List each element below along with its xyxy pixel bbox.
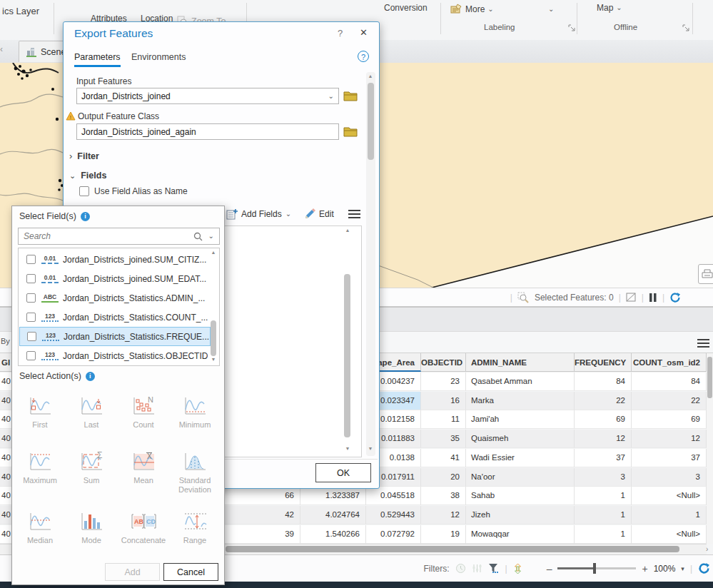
cell-objectid[interactable]: 16 (421, 392, 466, 410)
field-mapping-menu-icon[interactable] (348, 208, 360, 220)
map-floating-button-fragment[interactable] (698, 264, 713, 284)
zoom-slider-thumb[interactable] (593, 563, 596, 574)
cell-shape_area[interactable]: 0.045518 (366, 487, 421, 505)
table-menu-icon[interactable] (697, 337, 709, 350)
list-scroll-up-icon[interactable]: ▲ (209, 250, 218, 255)
cell-admin_name[interactable]: Jami'ah (466, 410, 575, 429)
filter-section-header[interactable]: › Filter (69, 151, 99, 161)
cell-frequency[interactable]: 1 (575, 525, 632, 544)
field-checkbox[interactable] (26, 274, 36, 283)
field-list-item[interactable]: 0.01Jordan_Districts_joined.SUM_CITIZ... (19, 250, 211, 269)
dialog-help-icon[interactable]: ? (338, 28, 343, 39)
action-mean-icon[interactable]: X (131, 450, 156, 473)
graphics-layer-button[interactable]: ics Layer (2, 6, 39, 16)
action-count-icon[interactable]: N (131, 395, 156, 417)
refresh-table-icon[interactable] (698, 562, 710, 574)
cell-admin_name[interactable]: Jizeh (466, 506, 575, 524)
action-median-icon[interactable] (27, 510, 53, 533)
cell-frequency[interactable]: 37 (575, 449, 632, 467)
selection-zoom-icon[interactable] (517, 292, 530, 303)
chevron-down-icon[interactable]: ⌄ (548, 6, 554, 13)
cell-count_osm_id2[interactable]: 22 (632, 392, 707, 410)
cell-count_osm_id2[interactable]: 3 (632, 468, 707, 487)
cell-objectid[interactable]: 12 (421, 506, 466, 524)
cell-objectid[interactable]: 11 (421, 410, 466, 429)
cell-objectid[interactable]: 19 (421, 525, 466, 544)
dialog-scrollbar-thumb[interactable] (368, 83, 374, 160)
field-list-item[interactable]: ABCJordan_Districts_Statistics.ADMIN_... (19, 288, 211, 308)
clear-selection-icon[interactable] (626, 293, 637, 302)
cell-frequency[interactable]: 12 (575, 430, 632, 448)
action-stddev-icon[interactable] (182, 450, 208, 473)
cell-frequency[interactable]: 1 (575, 487, 632, 505)
cell-objectid[interactable]: 35 (421, 430, 466, 448)
cell-shape_area[interactable]: 0.529443 (366, 506, 421, 524)
cell-objectid[interactable]: 41 (421, 449, 466, 467)
tab-environments[interactable]: Environments (131, 52, 186, 65)
cell-frequency[interactable]: 3 (575, 468, 632, 487)
field-checkbox[interactable] (26, 313, 36, 322)
chevron-down-icon[interactable]: ⌄ (208, 233, 214, 240)
action-last-icon[interactable] (79, 395, 104, 417)
search-input[interactable]: Search ⌄ (18, 228, 220, 245)
output-feature-class-input[interactable]: Jordan_Districts_joined_again (76, 123, 339, 140)
browse-folder-icon[interactable] (343, 125, 358, 137)
conversion-button[interactable]: Conversion (384, 3, 428, 13)
labeling-dialog-launcher-icon[interactable] (568, 24, 576, 32)
cell-admin_name[interactable]: Quaismeh (466, 430, 575, 448)
offline-dialog-launcher-icon[interactable] (682, 24, 690, 32)
browse-folder-icon[interactable] (343, 89, 358, 101)
action-minimum-icon[interactable] (182, 395, 208, 417)
action-mode-icon[interactable] (79, 510, 104, 533)
cell-colB[interactable]: 4.024764 (300, 506, 366, 524)
horizontal-scrollbar-thumb[interactable] (226, 546, 679, 552)
add-fields-button[interactable]: Add Fields (241, 209, 282, 219)
action-concatenate-icon[interactable]: ABCD (131, 510, 156, 533)
zoom-level-value[interactable]: 100% (654, 564, 676, 574)
cell-admin_name[interactable]: Marka (466, 392, 575, 410)
zoom-out-button[interactable]: – (547, 563, 552, 574)
zoom-caret-icon[interactable]: ▾ (681, 565, 684, 572)
field-checkbox[interactable] (26, 351, 36, 360)
more-button[interactable]: More ⌄ (450, 4, 494, 14)
help-circle-icon[interactable]: ? (358, 51, 369, 62)
zoom-slider[interactable] (557, 567, 636, 569)
dialog-scroll-up-icon[interactable]: ▲ (366, 74, 375, 78)
chevron-down-icon[interactable]: ⌄ (285, 211, 291, 218)
cell-count_osm_id2[interactable]: 1 (632, 506, 707, 524)
zoom-in-button[interactable]: + (642, 563, 647, 574)
action-maximum-icon[interactable] (27, 450, 53, 473)
cell-shape_area[interactable]: 0.072792 (366, 525, 421, 544)
field-checkbox[interactable] (26, 255, 36, 264)
column-header-count_osm_id2[interactable]: COUNT_osm_id2 (632, 353, 707, 372)
list-scroll-down-icon[interactable]: ▼ (209, 357, 218, 362)
column-header-admin_name[interactable]: ADMIN_NAME (466, 353, 575, 372)
range-filter-icon[interactable] (472, 563, 482, 574)
sort-updown-icon[interactable] (513, 563, 522, 574)
scroll-right-arrow-icon[interactable]: › (706, 545, 708, 553)
cell-admin_name[interactable]: Mowaqqar (466, 525, 575, 544)
inner-scroll-up-icon[interactable]: ▲ (343, 228, 352, 233)
cell-admin_name[interactable]: Wadi Essier (466, 449, 575, 467)
ok-button[interactable]: OK (315, 463, 371, 482)
field-checkbox[interactable] (27, 332, 36, 341)
time-filter-icon[interactable] (455, 563, 466, 574)
map-menu-button[interactable]: Map ⌄ (597, 3, 622, 13)
close-icon[interactable]: ✕ (360, 27, 368, 38)
cell-frequency[interactable]: 22 (575, 392, 632, 410)
cell-count_osm_id2[interactable]: <Null> (632, 487, 707, 505)
vertical-scrollbar-thumb[interactable] (707, 357, 712, 398)
cancel-button[interactable]: Cancel (163, 563, 218, 581)
cell-count_osm_id2[interactable]: 69 (632, 410, 707, 429)
cell-frequency[interactable]: 1 (575, 506, 632, 524)
cell-frequency[interactable]: 84 (575, 372, 632, 391)
cell-count_osm_id2[interactable]: 12 (632, 430, 707, 448)
add-button[interactable]: Add (105, 563, 160, 581)
cell-objectid[interactable]: 20 (421, 468, 466, 487)
cell-admin_name[interactable]: Na'oor (466, 468, 575, 487)
input-features-combobox[interactable]: Jordan_Districts_joined ⌄ (76, 88, 339, 104)
action-range-icon[interactable] (182, 510, 208, 533)
field-list-item[interactable]: 123Jordan_Districts_Statistics.COUNT_... (19, 308, 211, 327)
field-list-item[interactable]: 123Jordan_Districts_Statistics.FREQUE... (19, 327, 211, 346)
cell-objectid[interactable]: 23 (421, 372, 466, 391)
